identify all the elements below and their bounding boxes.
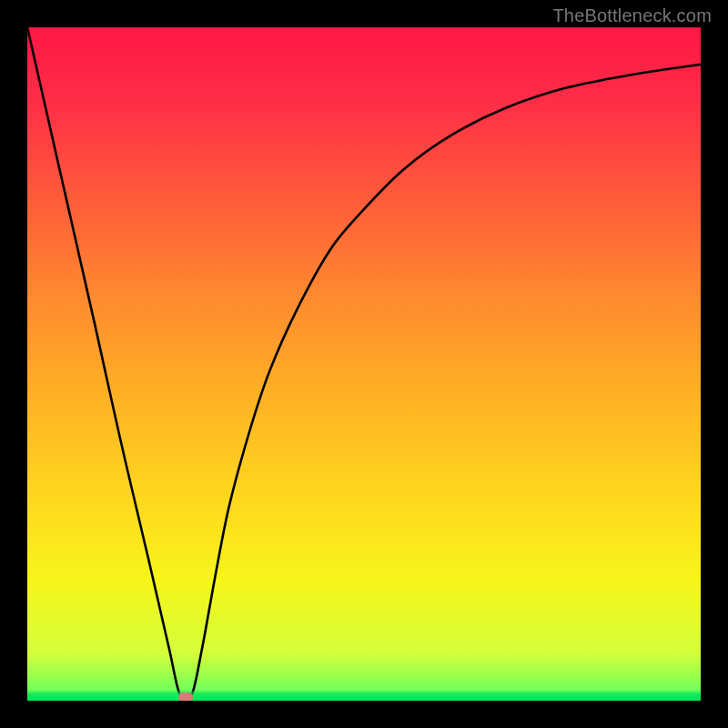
bottleneck-curve — [27, 27, 701, 701]
green-baseline — [27, 690, 701, 701]
watermark-text: TheBottleneck.com — [552, 5, 712, 26]
plot-area — [27, 27, 701, 701]
optimal-point-marker — [178, 693, 193, 701]
chart-frame: TheBottleneck.com — [0, 0, 728, 728]
curve-layer — [27, 27, 701, 701]
